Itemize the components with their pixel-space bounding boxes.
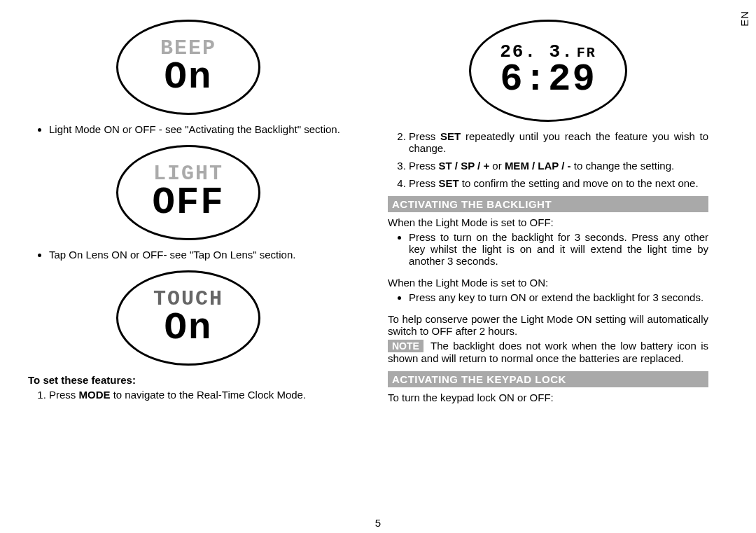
step4-pre: Press	[409, 177, 439, 189]
language-tab: EN	[738, 11, 750, 27]
manual-page: BEEP On Light Mode ON or OFF - see "Acti…	[28, 20, 714, 517]
step4-post: to confirm the setting and move on to th…	[459, 177, 699, 189]
step1-post: to navigate to the Real-Time Clock Mode.	[111, 389, 307, 401]
lcd-light-display: LIGHT OFF	[116, 145, 260, 240]
backlight-on-intro: When the Light Mode is set to ON:	[388, 277, 708, 289]
bullet-touch: Tap On Lens ON or OFF- see "Tap On Lens"…	[49, 249, 349, 261]
step4-set-key: SET	[439, 177, 459, 189]
left-column: BEEP On Light Mode ON or OFF - see "Acti…	[28, 20, 349, 517]
lcd-beep-display: BEEP On	[116, 20, 260, 115]
keypad-intro: To turn the keypad lock ON or OFF:	[388, 392, 708, 403]
left-step-1: Press MODE to navigate to the Real-Time …	[49, 389, 349, 401]
step1-mode-key: MODE	[79, 389, 111, 401]
note-paragraph: NOTE The backlight does not work when th…	[388, 340, 708, 364]
step2-set-key: SET	[440, 130, 461, 142]
backlight-off-bullet: Press to turn on the backlight for 3 sec…	[409, 231, 708, 267]
right-step-4: Press SET to confirm the setting and mov…	[409, 177, 708, 189]
heading-backlight: ACTIVATING THE BACKLIGHT	[388, 196, 708, 212]
lcd-beep-value: On	[164, 59, 213, 97]
lcd-time-display: 26. 3. FR 6:29	[469, 20, 627, 122]
lcd-light-value: OFF	[152, 184, 224, 222]
backlight-on-bullet: Press any key to turn ON or extend the b…	[409, 291, 708, 303]
right-step-3: Press ST / SP / + or MEM / LAP / - to ch…	[409, 160, 708, 172]
step3-keys1: ST / SP / +	[439, 160, 490, 172]
heading-keypad-lock: ACTIVATING THE KEYPAD LOCK	[388, 371, 708, 387]
lcd-touch-display: TOUCH On	[116, 270, 260, 366]
page-number: 5	[375, 517, 381, 529]
lcd-time: 6:29	[500, 61, 596, 99]
lcd-touch-value: On	[164, 310, 213, 347]
step3-keys2: MEM / LAP / -	[505, 160, 571, 172]
subhead-set-features: To set these features:	[28, 374, 349, 386]
bullet-light-mode: Light Mode ON or OFF - see "Activating t…	[49, 123, 349, 135]
note-text: The backlight does not work when the low…	[388, 340, 708, 364]
right-step-2: Press SET repeatedly until you reach the…	[409, 130, 708, 154]
backlight-off-intro: When the Light Mode is set to OFF:	[388, 216, 708, 228]
step3-mid: or	[489, 160, 505, 172]
backlight-conserve: To help conserve power the Light Mode ON…	[388, 313, 708, 337]
step1-pre: Press	[49, 389, 79, 401]
note-badge: NOTE	[388, 340, 424, 352]
step3-post: to change the setting.	[571, 160, 675, 172]
step2-pre: Press	[409, 130, 440, 142]
right-column: 26. 3. FR 6:29 Press SET repeatedly unti…	[388, 20, 708, 517]
step3-pre: Press	[409, 160, 439, 172]
